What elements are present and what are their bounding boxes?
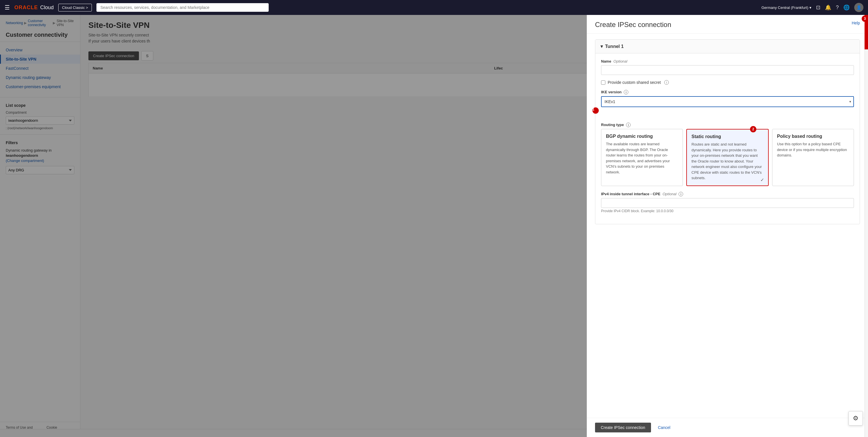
- ipv4-input[interactable]: [601, 198, 854, 208]
- scroll-indicator[interactable]: 3: [865, 15, 868, 437]
- policy-routing-card[interactable]: Policy based routing Use this option for…: [772, 129, 854, 186]
- region-label: Germany Central (Frankfurt): [762, 5, 808, 10]
- tunnel-section: ▾ Tunnel 1 Name Optional Provide custom …: [595, 39, 860, 224]
- panel-title: Create IPSec connection: [595, 21, 671, 29]
- panel-footer: Create IPSec connection Cancel: [587, 418, 868, 437]
- ike-version-label: IKE version i: [601, 90, 854, 94]
- hamburger-menu-icon[interactable]: ☰: [5, 4, 10, 11]
- oracle-text: ORACLE: [14, 5, 38, 11]
- ike-select-wrap: IKEv1 IKEv2 ▾: [601, 96, 854, 107]
- oracle-logo: ORACLE Cloud: [14, 5, 54, 11]
- shared-secret-info-icon[interactable]: i: [664, 80, 669, 85]
- step-badge-3: 3: [862, 15, 868, 22]
- bgp-card-desc: The available routes are learned dynamic…: [606, 141, 678, 175]
- panel-cancel-button[interactable]: Cancel: [654, 423, 674, 432]
- routing-cards: BGP dynamic routing The available routes…: [601, 129, 854, 186]
- name-optional: Optional: [613, 59, 627, 63]
- user-avatar[interactable]: 👤: [854, 3, 863, 12]
- global-search-input[interactable]: [96, 3, 269, 12]
- step-badge-1: 1: [592, 107, 599, 114]
- policy-card-desc: Use this option for a policy based CPE d…: [777, 141, 849, 158]
- panel-body: ▾ Tunnel 1 Name Optional Provide custom …: [587, 34, 868, 418]
- policy-card-title: Policy based routing: [777, 134, 849, 139]
- notification-icon[interactable]: 🔔: [825, 4, 831, 11]
- create-ipsec-panel: 3 Create IPSec connection Help ▾ Tunnel …: [587, 15, 868, 437]
- bgp-card-title: BGP dynamic routing: [606, 134, 678, 139]
- help-widget-icon: ⚙: [853, 415, 859, 422]
- tunnel-section-title: Tunnel 1: [605, 44, 624, 49]
- nav-right-section: Germany Central (Frankfurt) ▾ ⊡ 🔔 ? 🌐 👤: [762, 3, 863, 12]
- ipv4-info-icon[interactable]: i: [679, 192, 683, 196]
- region-selector[interactable]: Germany Central (Frankfurt) ▾: [762, 5, 811, 10]
- routing-type-info-icon[interactable]: i: [626, 123, 631, 127]
- panel-help-link[interactable]: Help: [851, 21, 860, 25]
- shared-secret-checkbox-row: Provide custom shared secret i: [601, 80, 854, 85]
- ike-version-info-icon[interactable]: i: [624, 90, 628, 94]
- cloud-text: Cloud: [40, 5, 54, 11]
- name-form-group: Name Optional: [601, 59, 854, 75]
- ipv4-hint: Provide IPv4 CIDR block. Example: 10.0.0…: [601, 209, 854, 213]
- cloud-classic-button[interactable]: Cloud Classic >: [58, 4, 92, 11]
- tunnel-body: Name Optional Provide custom shared secr…: [595, 54, 860, 224]
- top-navigation: ☰ ORACLE Cloud Cloud Classic > Germany C…: [0, 0, 868, 15]
- name-input[interactable]: [601, 65, 854, 75]
- region-chevron-icon: ▾: [809, 5, 811, 10]
- static-card-desc: Routes are static and not learned dynami…: [691, 142, 764, 181]
- ipv4-optional: Optional: [662, 192, 676, 196]
- step-badge-2: 2: [750, 126, 756, 132]
- static-routing-card[interactable]: Static routing Routes are static and not…: [686, 129, 769, 186]
- ike-version-select[interactable]: IKEv1 IKEv2: [601, 96, 854, 107]
- name-label: Name Optional: [601, 59, 854, 63]
- help-icon[interactable]: ?: [836, 5, 839, 11]
- tunnel-collapse-icon: ▾: [600, 44, 603, 49]
- panel-create-button[interactable]: Create IPSec connection: [595, 423, 651, 432]
- console-icon[interactable]: ⊡: [816, 4, 820, 11]
- routing-type-form-group: Routing type i BGP dynamic routing The a…: [601, 123, 854, 186]
- tunnel-header[interactable]: ▾ Tunnel 1: [595, 40, 860, 54]
- panel-header: Create IPSec connection Help: [587, 15, 868, 34]
- routing-type-label: Routing type i: [601, 123, 854, 127]
- shared-secret-checkbox[interactable]: [601, 81, 606, 85]
- ike-version-form-group: IKE version i IKEv1 IKEv2 ▾ 1: [601, 90, 854, 118]
- ipv4-label: IPv4 inside tunnel interface - CPE Optio…: [601, 192, 854, 196]
- language-icon[interactable]: 🌐: [843, 4, 849, 11]
- static-card-title: Static routing: [691, 134, 764, 139]
- help-widget[interactable]: ⚙: [848, 411, 863, 426]
- bgp-routing-card[interactable]: BGP dynamic routing The available routes…: [601, 129, 683, 186]
- shared-secret-label[interactable]: Provide custom shared secret: [608, 80, 661, 85]
- ipv4-form-group: IPv4 inside tunnel interface - CPE Optio…: [601, 192, 854, 213]
